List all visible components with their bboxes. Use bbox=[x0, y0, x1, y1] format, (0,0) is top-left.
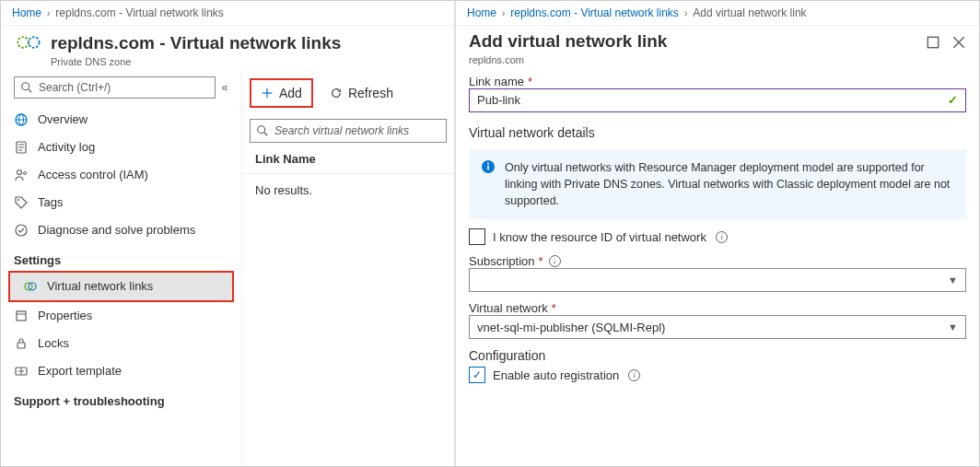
configuration-header: Configuration bbox=[469, 348, 966, 363]
svg-point-11 bbox=[18, 169, 22, 174]
sidebar-item-activity-log[interactable]: Activity log bbox=[1, 134, 241, 161]
page-subtitle: Private DNS zone bbox=[51, 56, 341, 67]
know-resource-id-checkbox[interactable] bbox=[469, 228, 485, 245]
sidebar-item-overview[interactable]: Overview bbox=[1, 106, 241, 134]
svg-point-1 bbox=[29, 37, 40, 48]
sidebar-item-label: Diagnose and solve problems bbox=[38, 223, 195, 237]
breadcrumb-current: Add virtual network link bbox=[693, 6, 806, 19]
info-icon[interactable]: i bbox=[716, 231, 728, 243]
check-icon: ✓ bbox=[948, 93, 958, 107]
breadcrumb-home-link[interactable]: Home bbox=[467, 6, 496, 19]
lock-icon bbox=[14, 336, 29, 351]
chevron-down-icon: ▼ bbox=[948, 321, 958, 333]
chevron-right-icon: › bbox=[47, 8, 50, 18]
know-resource-id-label: I know the resource ID of virtual networ… bbox=[493, 230, 706, 244]
svg-point-13 bbox=[18, 199, 19, 201]
svg-rect-19 bbox=[18, 343, 25, 348]
chevron-right-icon: › bbox=[684, 8, 687, 18]
dns-zone-icon bbox=[16, 33, 41, 54]
plus-icon bbox=[261, 87, 274, 99]
link-name-input[interactable]: Pub-link ✓ bbox=[469, 88, 966, 112]
add-button[interactable]: Add bbox=[251, 80, 311, 106]
refresh-icon bbox=[330, 87, 343, 99]
vnet-details-header: Virtual network details bbox=[469, 125, 966, 140]
maximize-button[interactable] bbox=[926, 35, 940, 50]
svg-point-23 bbox=[258, 126, 265, 134]
svg-point-2 bbox=[22, 83, 29, 90]
svg-rect-29 bbox=[487, 165, 489, 169]
search-icon bbox=[20, 81, 33, 94]
required-indicator: * bbox=[552, 301, 556, 315]
breadcrumb-home-link[interactable]: Home bbox=[12, 6, 41, 19]
export-icon bbox=[14, 364, 29, 379]
sidebar-item-diagnose[interactable]: Diagnose and solve problems bbox=[1, 216, 241, 244]
list-empty-message: No results. bbox=[242, 174, 454, 206]
log-icon bbox=[14, 140, 29, 155]
sidebar-item-label: Locks bbox=[38, 336, 69, 350]
sidebar-section-support: Support + troubleshooting bbox=[1, 385, 241, 412]
virtual-network-select[interactable]: vnet-sql-mi-publisher (SQLMI-Repl) ▼ bbox=[469, 315, 966, 339]
chevron-right-icon: › bbox=[502, 8, 505, 18]
info-icon[interactable]: i bbox=[549, 255, 561, 267]
tag-icon bbox=[14, 195, 29, 210]
sidebar-item-export-template[interactable]: Export template bbox=[1, 357, 241, 385]
sidebar-item-label: Virtual network links bbox=[47, 279, 153, 293]
add-link-panel: Home › repldns.com - Virtual network lin… bbox=[455, 1, 979, 466]
diagnose-icon bbox=[14, 223, 29, 238]
auto-registration-checkbox-row: ✓ Enable auto registration i bbox=[469, 367, 966, 383]
info-icon bbox=[481, 159, 496, 174]
page-title: repldns.com - Virtual network links bbox=[51, 33, 341, 54]
svg-line-3 bbox=[29, 89, 32, 93]
sidebar-item-properties[interactable]: Properties bbox=[1, 302, 241, 330]
left-body: Search (Ctrl+/) « Overview Activity log … bbox=[1, 71, 454, 466]
refresh-button[interactable]: Refresh bbox=[321, 80, 402, 106]
sidebar-item-label: Activity log bbox=[38, 140, 95, 154]
svg-rect-17 bbox=[17, 311, 26, 321]
svg-rect-25 bbox=[928, 37, 938, 47]
list-search-input[interactable]: Search virtual network links bbox=[250, 119, 447, 143]
sidebar-item-tags[interactable]: Tags bbox=[1, 189, 241, 216]
sidebar-section-settings: Settings bbox=[1, 244, 241, 271]
resource-panel: Home › repldns.com - Virtual network lin… bbox=[1, 1, 455, 466]
auto-registration-checkbox[interactable]: ✓ bbox=[469, 367, 485, 383]
collapse-sidebar-button[interactable]: « bbox=[216, 81, 234, 94]
sidebar: Search (Ctrl+/) « Overview Activity log … bbox=[1, 71, 242, 466]
resource-header: repldns.com - Virtual network links Priv… bbox=[1, 26, 454, 71]
vnet-links-icon bbox=[23, 279, 38, 294]
virtual-network-value: vnet-sql-mi-publisher (SQLMI-Repl) bbox=[477, 321, 665, 334]
info-box: Only virtual networks with Resource Mana… bbox=[469, 149, 966, 219]
subscription-label: Subscription* i bbox=[469, 254, 966, 268]
svg-point-0 bbox=[18, 37, 29, 48]
auto-registration-label: Enable auto registration bbox=[493, 368, 619, 382]
list-column-header[interactable]: Link Name bbox=[242, 143, 454, 174]
sidebar-item-access-control[interactable]: Access control (IAM) bbox=[1, 161, 241, 189]
app-root: Home › repldns.com - Virtual network lin… bbox=[0, 0, 980, 467]
properties-icon bbox=[14, 309, 29, 323]
sidebar-item-label: Overview bbox=[38, 112, 88, 126]
info-icon[interactable]: i bbox=[628, 369, 640, 381]
chevron-down-icon: ▼ bbox=[948, 274, 958, 286]
required-indicator: * bbox=[539, 254, 543, 268]
sidebar-item-locks[interactable]: Locks bbox=[1, 330, 241, 357]
globe-icon bbox=[14, 112, 29, 127]
breadcrumb-mid-link[interactable]: repldns.com - Virtual network links bbox=[510, 6, 679, 19]
link-name-label: Link name* bbox=[469, 75, 966, 88]
panel-title: Add virtual network link bbox=[469, 31, 667, 53]
panel-subtitle: repldns.com bbox=[469, 54, 667, 65]
breadcrumb-left: Home › repldns.com - Virtual network lin… bbox=[1, 1, 454, 26]
info-text: Only virtual networks with Resource Mana… bbox=[505, 159, 954, 209]
svg-point-14 bbox=[16, 225, 27, 236]
iam-icon bbox=[14, 168, 29, 182]
know-resource-id-checkbox-row: I know the resource ID of virtual networ… bbox=[469, 228, 966, 245]
sidebar-item-label: Access control (IAM) bbox=[38, 168, 148, 181]
sidebar-item-label: Properties bbox=[38, 309, 92, 322]
refresh-button-label: Refresh bbox=[348, 86, 393, 100]
subscription-select[interactable]: ▼ bbox=[469, 268, 966, 292]
add-link-form: Link name* Pub-link ✓ Virtual network de… bbox=[456, 71, 979, 392]
sidebar-item-label: Export template bbox=[38, 364, 122, 378]
sidebar-search-placeholder: Search (Ctrl+/) bbox=[39, 81, 111, 94]
sidebar-search-input[interactable]: Search (Ctrl+/) bbox=[14, 76, 216, 99]
panel-header: Add virtual network link repldns.com bbox=[456, 26, 979, 71]
close-button[interactable] bbox=[951, 35, 966, 50]
sidebar-item-vnet-links[interactable]: Virtual network links bbox=[10, 273, 232, 300]
